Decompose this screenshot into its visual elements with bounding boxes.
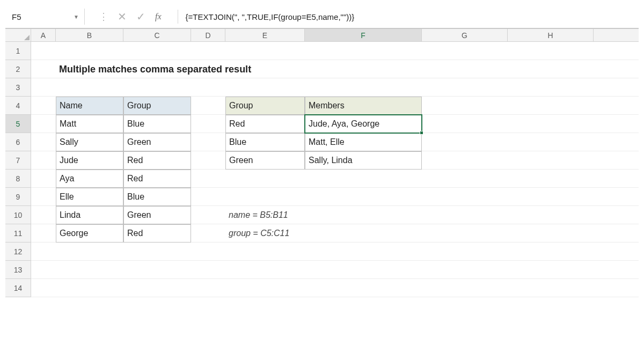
grid: 1 2 3 4 5 6 7 8 9 10 11 12 13 14 Multipl…: [5, 42, 639, 297]
t1-name[interactable]: Sally: [56, 133, 123, 151]
excel-window: F5 ▼ ⋮ ✕ ✓ fx {=TEXTJOIN(", ",TRUE,IF(gr…: [5, 5, 639, 333]
t2-members[interactable]: Matt, Elle: [305, 133, 422, 151]
t2-group[interactable]: Red: [225, 115, 305, 133]
t1-header-name[interactable]: Name: [56, 97, 123, 115]
row-header-9[interactable]: 9: [5, 188, 31, 206]
col-header-F[interactable]: F: [305, 29, 422, 41]
drag-handle-icon: ⋮: [99, 11, 108, 23]
t2-members[interactable]: Sally, Linda: [305, 151, 422, 170]
row-header-2[interactable]: 2: [5, 60, 31, 78]
cancel-formula-icon[interactable]: ✕: [118, 10, 127, 23]
separator: [178, 10, 178, 23]
column-headers: A B C D E F G H: [5, 29, 639, 42]
col-header-E[interactable]: E: [225, 29, 305, 41]
row-header-4[interactable]: 4: [5, 97, 31, 115]
col-header-A[interactable]: A: [31, 29, 56, 41]
cell-area[interactable]: Multiple matches comma separated result …: [31, 42, 639, 297]
row-headers: 1 2 3 4 5 6 7 8 9 10 11 12 13 14: [5, 42, 31, 297]
col-header-G[interactable]: G: [422, 29, 508, 41]
t1-name[interactable]: George: [56, 224, 123, 243]
t2-header-members[interactable]: Members: [305, 97, 422, 115]
formula-bar-buttons: ⋮ ✕ ✓ fx: [85, 5, 174, 28]
select-all-corner[interactable]: [5, 29, 31, 41]
t1-name[interactable]: Elle: [56, 188, 123, 206]
row-header-1[interactable]: 1: [5, 42, 31, 60]
t1-group[interactable]: Red: [123, 151, 191, 170]
row-header-6[interactable]: 6: [5, 133, 31, 151]
row-header-3[interactable]: 3: [5, 78, 31, 97]
t1-group[interactable]: Green: [123, 133, 191, 151]
t1-name[interactable]: Linda: [56, 206, 123, 224]
t2-group[interactable]: Blue: [225, 133, 305, 151]
t1-group[interactable]: Green: [123, 206, 191, 224]
col-header-H[interactable]: H: [508, 29, 594, 41]
t1-header-group[interactable]: Group: [123, 97, 191, 115]
col-header-B[interactable]: B: [56, 29, 123, 41]
t2-members[interactable]: Jude, Aya, George: [305, 115, 422, 133]
t1-name[interactable]: Jude: [56, 151, 123, 170]
col-header-D[interactable]: D: [191, 29, 225, 41]
t2-group[interactable]: Green: [225, 151, 305, 170]
name-box-wrap[interactable]: F5 ▼: [5, 9, 85, 25]
page-title: Multiple matches comma separated result: [56, 60, 378, 78]
row-header-14[interactable]: 14: [5, 279, 31, 297]
row-header-13[interactable]: 13: [5, 261, 31, 279]
t1-name[interactable]: Aya: [56, 170, 123, 188]
row-header-11[interactable]: 11: [5, 224, 31, 243]
t1-group[interactable]: Red: [123, 170, 191, 188]
fx-icon[interactable]: fx: [155, 12, 167, 21]
row-header-7[interactable]: 7: [5, 151, 31, 170]
row-header-10[interactable]: 10: [5, 206, 31, 224]
formula-input[interactable]: {=TEXTJOIN(", ",TRUE,IF(group=E5,name,""…: [181, 5, 639, 28]
name-box-dropdown-icon[interactable]: ▼: [71, 14, 81, 20]
name-box[interactable]: F5: [10, 11, 71, 23]
t1-group[interactable]: Blue: [123, 188, 191, 206]
col-header-C[interactable]: C: [123, 29, 191, 41]
t1-group[interactable]: Blue: [123, 115, 191, 133]
row-header-12[interactable]: 12: [5, 243, 31, 261]
t1-group[interactable]: Red: [123, 224, 191, 243]
row-header-5[interactable]: 5: [5, 115, 31, 133]
formula-bar: F5 ▼ ⋮ ✕ ✓ fx {=TEXTJOIN(", ",TRUE,IF(gr…: [5, 5, 639, 29]
accept-formula-icon[interactable]: ✓: [136, 10, 145, 23]
note-name-def: name = B5:B11: [225, 206, 386, 224]
row-header-8[interactable]: 8: [5, 170, 31, 188]
t1-name[interactable]: Matt: [56, 115, 123, 133]
t2-header-group[interactable]: Group: [225, 97, 305, 115]
note-group-def: group = C5:C11: [225, 224, 386, 243]
